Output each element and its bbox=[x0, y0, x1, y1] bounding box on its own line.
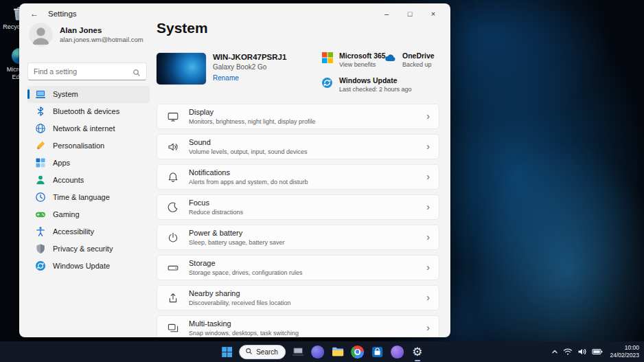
settings-row-nearby-sharing[interactable]: Nearby sharingDiscoverability, received … bbox=[157, 285, 439, 310]
sidebar-item-personalisation[interactable]: Personalisation bbox=[27, 137, 150, 155]
sidebar-item-network-internet[interactable]: Network & internet bbox=[27, 120, 150, 137]
row-subtitle: Storage space, drives, configuration rul… bbox=[189, 269, 303, 276]
shield-icon bbox=[35, 243, 46, 254]
share-icon bbox=[167, 292, 179, 304]
sidebar-item-time-language[interactable]: Time & language bbox=[27, 189, 150, 206]
multitasking-windows-icon bbox=[167, 322, 179, 335]
chevron-right-icon: › bbox=[426, 171, 430, 182]
status-subtitle: Last checked: 2 hours ago bbox=[339, 86, 412, 93]
clock-icon bbox=[35, 192, 46, 203]
search-input[interactable] bbox=[34, 67, 133, 76]
status-subtitle: Backed up bbox=[402, 61, 435, 68]
settings-row-display[interactable]: DisplayMonitors, brightness, night light… bbox=[157, 104, 439, 129]
apps-grid-icon bbox=[35, 157, 46, 168]
sidebar-item-label: Personalisation bbox=[53, 142, 104, 150]
power-icon bbox=[167, 231, 179, 244]
row-title: Multi-tasking bbox=[189, 319, 299, 328]
page-title: System bbox=[157, 20, 208, 36]
paintbrush-icon bbox=[35, 140, 46, 151]
back-button[interactable]: ← bbox=[30, 9, 38, 19]
row-subtitle: Monitors, brightness, night light, displ… bbox=[189, 118, 316, 125]
sidebar-item-label: Network & internet bbox=[53, 124, 115, 133]
status-title: Microsoft 365 bbox=[339, 52, 386, 60]
gear-icon: ⚙ bbox=[412, 346, 422, 358]
taskbar-app-laptop-icon[interactable] bbox=[290, 344, 306, 359]
person-icon bbox=[35, 174, 46, 185]
row-title: Storage bbox=[189, 259, 303, 267]
row-title: Display bbox=[189, 108, 316, 116]
status-onedrive[interactable]: OneDrive Backed up bbox=[384, 52, 435, 68]
settings-row-focus[interactable]: FocusReduce distractions › bbox=[157, 194, 439, 220]
settings-row-sound[interactable]: SoundVolume levels, output, input, sound… bbox=[157, 134, 439, 159]
sidebar-item-privacy-security[interactable]: Privacy & security bbox=[27, 240, 150, 258]
windows-update-icon bbox=[321, 76, 334, 89]
clock-time: 10:00 bbox=[610, 344, 639, 352]
taskbar-search-label: Search bbox=[256, 348, 278, 356]
row-title: Sound bbox=[189, 138, 308, 146]
volume-icon[interactable] bbox=[577, 348, 587, 356]
battery-icon[interactable] bbox=[592, 348, 603, 355]
rename-link[interactable]: Rename bbox=[213, 74, 286, 82]
chrome-icon[interactable] bbox=[350, 344, 365, 359]
sidebar-item-gaming[interactable]: Gaming bbox=[27, 206, 150, 223]
tray-chevron-up-icon[interactable] bbox=[551, 348, 558, 355]
windows-update-icon bbox=[35, 260, 46, 271]
row-subtitle: Volume levels, output, input, sound devi… bbox=[189, 148, 308, 155]
status-subtitle: View benefits bbox=[339, 61, 386, 68]
taskbar-search[interactable]: Search bbox=[239, 345, 286, 359]
taskbar-app-violet-icon[interactable] bbox=[390, 344, 405, 359]
avatar bbox=[29, 23, 53, 47]
device-name: WIN-JKOR47PSRJ1 bbox=[213, 53, 286, 61]
clock-date: 24/02/2023 bbox=[610, 352, 639, 359]
status-windows-update[interactable]: Windows Update Last checked: 2 hours ago bbox=[321, 76, 412, 93]
sidebar-item-system[interactable]: System bbox=[27, 86, 150, 103]
settings-gear-icon[interactable]: ⚙ bbox=[410, 344, 425, 359]
row-subtitle: Sleep, battery usage, battery saver bbox=[189, 239, 285, 246]
sidebar-item-label: Time & language bbox=[53, 193, 110, 201]
settings-row-storage[interactable]: StorageStorage space, drives, configurat… bbox=[157, 255, 439, 280]
settings-row-notifications[interactable]: NotificationsAlerts from apps and system… bbox=[157, 164, 439, 190]
close-button[interactable]: × bbox=[422, 5, 445, 23]
sidebar-item-accounts[interactable]: Accounts bbox=[27, 172, 150, 189]
maximize-button[interactable]: □ bbox=[398, 5, 422, 23]
storage-drive-icon bbox=[167, 262, 179, 274]
minimize-button[interactable]: – bbox=[375, 5, 398, 23]
sidebar-item-label: Gaming bbox=[53, 210, 80, 218]
user-account-card[interactable]: Alan Jones alan.jones.wm@hotmail.com bbox=[29, 23, 143, 47]
row-title: Notifications bbox=[189, 168, 308, 177]
microsoft-365-icon bbox=[321, 52, 334, 64]
microsoft-store-icon[interactable] bbox=[370, 344, 385, 359]
user-email: alan.jones.wm@hotmail.com bbox=[60, 36, 143, 43]
settings-search-box bbox=[27, 63, 147, 80]
system-tray: 10:00 24/02/2023 bbox=[551, 341, 639, 362]
chevron-right-icon: › bbox=[426, 292, 430, 303]
display-icon bbox=[167, 111, 179, 123]
sidebar-item-bluetooth-devices[interactable]: Bluetooth & devices bbox=[27, 103, 150, 120]
sidebar-item-label: Apps bbox=[53, 159, 70, 167]
status-microsoft-365[interactable]: Microsoft 365 View benefits bbox=[321, 52, 386, 68]
system-icon bbox=[35, 89, 46, 100]
file-explorer-icon[interactable] bbox=[330, 344, 345, 359]
search-icon bbox=[133, 67, 141, 76]
wifi-icon[interactable] bbox=[563, 348, 573, 356]
speaker-icon bbox=[167, 141, 179, 153]
chevron-right-icon: › bbox=[426, 201, 430, 212]
taskbar-app-purple-icon[interactable] bbox=[310, 344, 325, 359]
taskbar-center: Search ⚙ bbox=[219, 341, 425, 362]
device-info: WIN-JKOR47PSRJ1 Galaxy Book2 Go Rename bbox=[213, 53, 286, 82]
sidebar-item-accessibility[interactable]: Accessibility bbox=[27, 223, 150, 240]
bluetooth-icon bbox=[35, 106, 46, 117]
settings-row-power-battery[interactable]: Power & batterySleep, battery usage, bat… bbox=[157, 225, 439, 250]
sidebar-item-label: System bbox=[53, 90, 78, 98]
start-button[interactable] bbox=[219, 344, 234, 359]
user-name: Alan Jones bbox=[60, 26, 143, 34]
chevron-right-icon: › bbox=[426, 262, 430, 273]
sidebar-item-windows-update[interactable]: Windows Update bbox=[27, 258, 150, 275]
taskbar-clock[interactable]: 10:00 24/02/2023 bbox=[610, 344, 639, 359]
chevron-right-icon: › bbox=[426, 322, 430, 333]
sidebar-item-apps[interactable]: Apps bbox=[27, 155, 150, 172]
sidebar-item-label: Bluetooth & devices bbox=[53, 107, 119, 115]
settings-row-multi-tasking[interactable]: Multi-taskingSnap windows, desktops, tas… bbox=[157, 315, 439, 337]
row-subtitle: Reduce distractions bbox=[189, 209, 243, 216]
taskbar: Search ⚙ 10:00 24/02/2023 bbox=[0, 341, 644, 362]
